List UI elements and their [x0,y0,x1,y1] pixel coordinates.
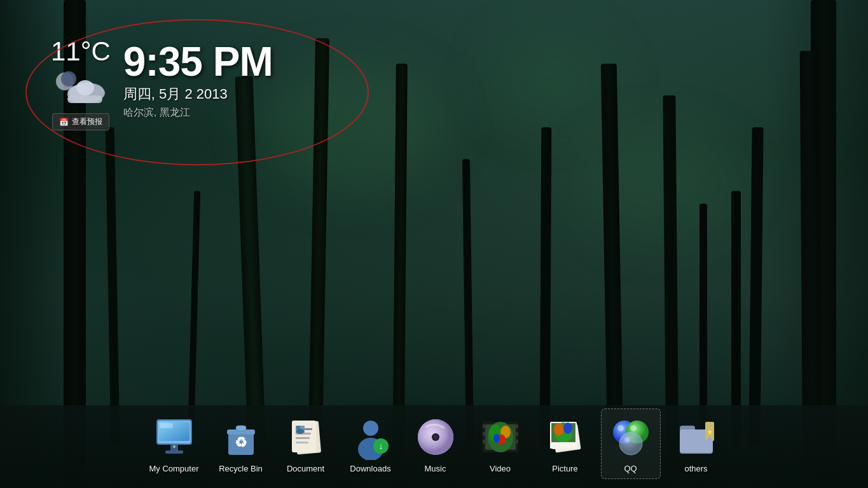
qq-icon [608,414,654,460]
svg-point-54 [554,423,564,436]
document-label: Document [287,464,324,473]
svg-point-5 [76,80,94,95]
downloads-icon: ↓ [348,414,394,460]
svg-rect-12 [165,450,183,454]
temperature-display: 11°C [51,38,111,65]
time-display: 9:35 PM [123,41,273,82]
svg-point-35 [433,435,438,440]
others-label: others [684,464,707,473]
taskbar-item-downloads[interactable]: ↓ Downloads [341,409,400,478]
svg-rect-47 [515,432,518,436]
picture-icon [542,414,588,460]
taskbar-item-my-computer[interactable]: My Computer [142,409,205,478]
svg-rect-24 [296,442,308,443]
svg-point-27 [296,429,304,434]
taskbar: My Computer ♻ Recycle Bin [0,405,868,488]
weather-cloud-icon [52,70,109,108]
svg-rect-48 [515,440,518,443]
taskbar-item-picture[interactable]: Picture [536,409,595,478]
picture-label: Picture [552,464,577,473]
taskbar-item-video[interactable]: Video [471,409,530,478]
taskbar-item-recycle-bin[interactable]: ♻ Recycle Bin [212,409,270,478]
taskbar-item-others[interactable]: ★ others [667,409,726,478]
video-label: Video [490,464,511,473]
forecast-button[interactable]: 📅 查看预报 [52,113,109,130]
svg-rect-44 [483,432,486,436]
svg-point-55 [563,422,572,434]
svg-point-28 [363,421,378,436]
svg-rect-18 [236,426,246,431]
svg-rect-46 [515,424,518,428]
svg-text:↓: ↓ [378,441,383,451]
svg-point-61 [630,425,637,431]
location-display: 哈尔滨, 黑龙江 [123,106,273,120]
recycle-bin-label: Recycle Bin [219,464,263,473]
svg-rect-13 [160,423,173,428]
recycle-icon: ♻ [218,414,264,460]
svg-rect-43 [483,424,486,428]
music-icon [413,414,458,460]
svg-rect-45 [483,440,486,443]
svg-point-1 [61,71,76,87]
downloads-label: Downloads [350,464,390,473]
taskbar-item-document[interactable]: Document [277,409,335,478]
svg-text:★: ★ [706,428,713,436]
svg-rect-6 [67,95,102,103]
date-display: 周四, 5月 2 2013 [123,85,273,104]
video-icon [478,414,523,460]
qq-label: QQ [624,464,637,473]
taskbar-item-music[interactable]: Music [406,409,465,478]
svg-rect-56 [550,442,577,449]
weather-right-panel: 9:35 PM 周四, 5月 2 2013 哈尔滨, 黑龙江 [123,41,273,120]
svg-point-42 [493,434,500,443]
calendar-icon: 📅 [59,118,69,127]
others-icon: ★ [673,414,719,460]
svg-point-14 [173,445,176,448]
my-computer-label: My Computer [149,464,198,473]
svg-point-62 [624,437,630,442]
weather-left-panel: 11°C 📅 查看预报 [51,38,111,130]
svg-point-59 [619,432,642,455]
svg-text:♻: ♻ [235,435,247,450]
svg-rect-20 [292,421,316,452]
music-label: Music [425,464,446,473]
document-icon [283,414,329,460]
monitor-icon [151,414,197,460]
weather-widget: 11°C 📅 查看预报 9:35 PM 周四, 5月 2 2013 哈尔滨 [51,38,273,130]
taskbar-item-qq[interactable]: QQ [601,408,661,479]
svg-point-60 [617,425,624,431]
svg-rect-23 [296,437,310,439]
